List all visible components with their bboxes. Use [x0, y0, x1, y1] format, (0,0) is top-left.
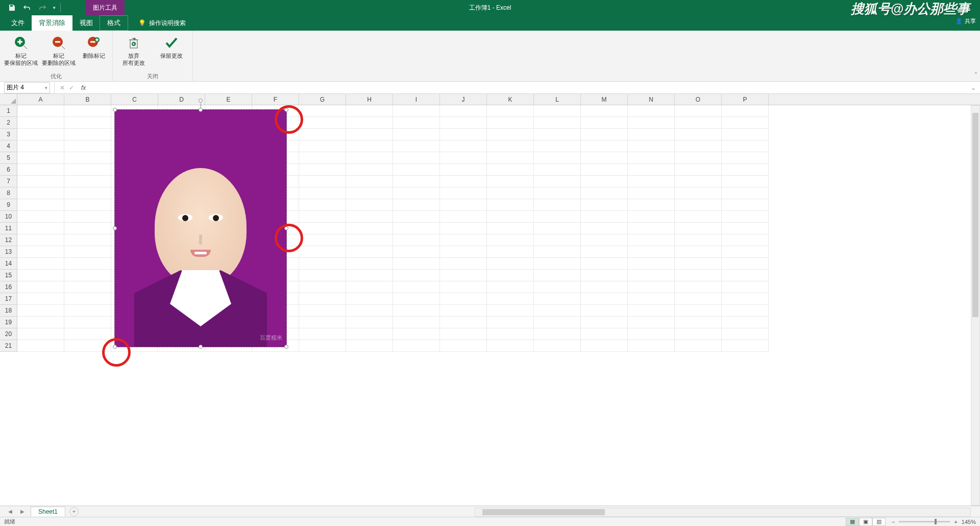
cell[interactable] — [675, 281, 722, 293]
cell[interactable] — [675, 164, 722, 176]
cell[interactable] — [64, 187, 111, 199]
row-header[interactable]: 21 — [0, 340, 17, 352]
cell[interactable] — [581, 328, 628, 340]
cell[interactable] — [722, 281, 769, 293]
cell[interactable] — [581, 176, 628, 187]
cell[interactable] — [722, 305, 769, 317]
cell[interactable] — [299, 187, 346, 199]
cell[interactable] — [487, 328, 534, 340]
cell[interactable] — [299, 317, 346, 328]
cell[interactable] — [346, 234, 393, 246]
delete-mark-button[interactable]: 删除标记 — [80, 33, 108, 71]
cell[interactable] — [64, 328, 111, 340]
cell[interactable] — [64, 223, 111, 234]
cell[interactable] — [628, 270, 675, 281]
cell[interactable] — [393, 211, 440, 223]
cell[interactable] — [440, 140, 487, 152]
cell[interactable] — [534, 270, 581, 281]
cell[interactable] — [393, 270, 440, 281]
cell[interactable] — [581, 305, 628, 317]
cell[interactable] — [534, 223, 581, 234]
cell[interactable] — [534, 340, 581, 352]
tab-format[interactable]: 格式 — [100, 15, 128, 31]
cell[interactable] — [17, 199, 64, 211]
row-header[interactable]: 13 — [0, 246, 17, 258]
row-header[interactable]: 12 — [0, 234, 17, 246]
cell[interactable] — [581, 317, 628, 328]
cell[interactable] — [440, 117, 487, 129]
cell[interactable] — [346, 187, 393, 199]
row-header[interactable]: 9 — [0, 199, 17, 211]
cell[interactable] — [534, 246, 581, 258]
cell[interactable] — [581, 129, 628, 140]
select-all-corner[interactable] — [0, 94, 17, 105]
cell[interactable] — [64, 117, 111, 129]
cell[interactable] — [17, 105, 64, 117]
column-header[interactable]: K — [487, 94, 534, 105]
cell[interactable] — [440, 223, 487, 234]
cell[interactable] — [17, 129, 64, 140]
cell[interactable] — [393, 305, 440, 317]
cell[interactable] — [393, 129, 440, 140]
page-break-view-icon[interactable]: ▥ — [872, 518, 886, 526]
cell[interactable] — [299, 152, 346, 164]
cell[interactable] — [534, 105, 581, 117]
column-header[interactable]: E — [205, 94, 252, 105]
cell[interactable] — [393, 340, 440, 352]
cell[interactable] — [722, 223, 769, 234]
cell[interactable] — [17, 223, 64, 234]
cell[interactable] — [628, 187, 675, 199]
page-layout-view-icon[interactable]: ▣ — [859, 518, 872, 526]
cell[interactable] — [346, 258, 393, 270]
tell-me-search[interactable]: 💡 操作说明搜索 — [138, 15, 186, 31]
cell[interactable] — [675, 317, 722, 328]
name-box[interactable]: 图片 4 — [4, 82, 50, 93]
cell[interactable] — [440, 258, 487, 270]
cell[interactable] — [581, 164, 628, 176]
cell[interactable] — [64, 293, 111, 305]
cell[interactable] — [299, 340, 346, 352]
cell[interactable] — [722, 246, 769, 258]
cell[interactable] — [440, 340, 487, 352]
cell[interactable] — [346, 105, 393, 117]
cell[interactable] — [346, 281, 393, 293]
cell[interactable] — [487, 129, 534, 140]
tab-file[interactable]: 文件 — [4, 15, 32, 31]
cell[interactable] — [299, 117, 346, 129]
cell[interactable] — [534, 129, 581, 140]
resize-handle-ml[interactable] — [113, 226, 117, 230]
cancel-formula-icon[interactable]: ✕ — [60, 84, 65, 91]
cell[interactable] — [675, 129, 722, 140]
cell[interactable] — [346, 223, 393, 234]
cell[interactable] — [487, 199, 534, 211]
cell[interactable] — [675, 223, 722, 234]
cell[interactable] — [346, 328, 393, 340]
cell[interactable] — [628, 176, 675, 187]
cell[interactable] — [581, 105, 628, 117]
cell[interactable] — [581, 152, 628, 164]
column-header[interactable]: P — [722, 94, 769, 105]
column-header[interactable]: I — [393, 94, 440, 105]
zoom-in-icon[interactable]: + — [954, 519, 957, 525]
cell[interactable] — [346, 305, 393, 317]
cell[interactable] — [299, 223, 346, 234]
cell[interactable] — [675, 117, 722, 129]
cell[interactable] — [393, 187, 440, 199]
fx-icon[interactable]: fx — [78, 84, 89, 91]
cell[interactable] — [487, 187, 534, 199]
column-header[interactable]: M — [581, 94, 628, 105]
cell[interactable] — [487, 281, 534, 293]
cell[interactable] — [346, 293, 393, 305]
resize-handle-tm[interactable] — [199, 108, 203, 112]
cell[interactable] — [346, 117, 393, 129]
cell[interactable] — [628, 105, 675, 117]
cell[interactable] — [393, 293, 440, 305]
cell[interactable] — [675, 176, 722, 187]
cell[interactable] — [487, 152, 534, 164]
cell[interactable] — [64, 234, 111, 246]
cell[interactable] — [393, 258, 440, 270]
cell[interactable] — [722, 117, 769, 129]
cell[interactable] — [440, 176, 487, 187]
cell[interactable] — [17, 317, 64, 328]
cell[interactable] — [440, 293, 487, 305]
